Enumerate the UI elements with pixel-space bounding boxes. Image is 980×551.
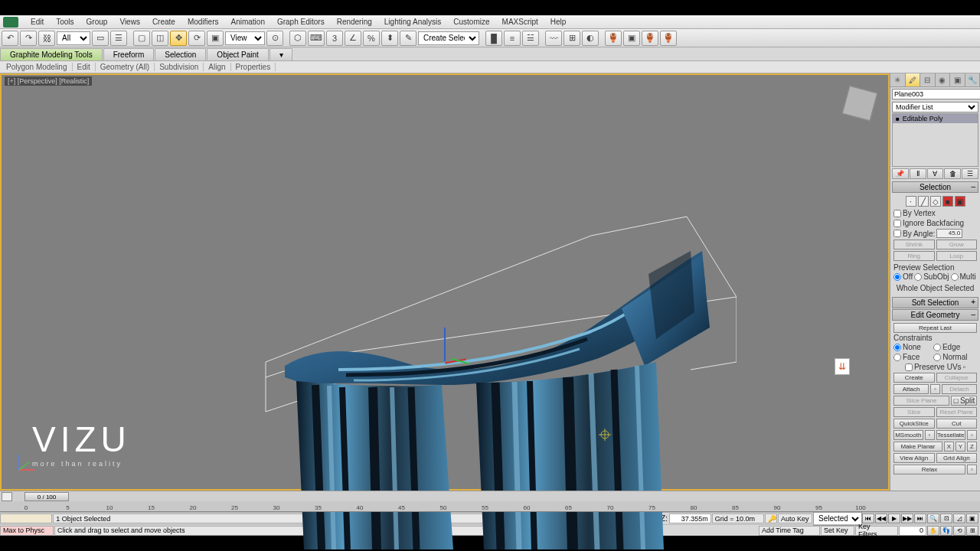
attach-button[interactable]: Attach <box>893 384 929 394</box>
select-scale-button[interactable]: ▣ <box>207 31 224 46</box>
show-end-result-button[interactable]: Ⅱ <box>910 168 926 179</box>
menu-modifiers[interactable]: Modifiers <box>181 18 225 26</box>
tab-graphite-modeling[interactable]: Graphite Modeling Tools <box>0 48 103 60</box>
grow-button[interactable]: Grow <box>936 240 978 249</box>
repeat-last-button[interactable]: Repeat Last <box>893 323 977 333</box>
constraint-normal-radio[interactable] <box>933 354 941 361</box>
set-key-button[interactable]: Set Key <box>821 526 854 536</box>
spinner-snap-button[interactable]: ⬍ <box>381 31 398 46</box>
select-rect-button[interactable]: ▢ <box>133 31 150 46</box>
modifier-stack[interactable]: Editable Poly <box>892 113 978 167</box>
key-filter-dropdown[interactable]: Selected <box>813 512 862 526</box>
subobj-edge-button[interactable]: ╱ <box>918 196 929 207</box>
menu-customize[interactable]: Customize <box>447 18 495 26</box>
viewport-orbit-button[interactable]: ⟲ <box>953 526 965 536</box>
relax-settings-button[interactable]: ▫ <box>967 465 977 474</box>
utilities-panel-tab[interactable]: 🔧 <box>965 73 981 86</box>
detach-button[interactable]: Detach <box>942 384 977 394</box>
create-panel-tab[interactable]: ✳ <box>890 73 906 86</box>
rollout-selection[interactable]: Selection– <box>892 181 978 193</box>
key-filters-button[interactable]: Key Filters... <box>855 526 898 536</box>
goto-end-button[interactable]: ⏭ <box>914 514 926 523</box>
undo-button[interactable]: ↶ <box>2 31 18 46</box>
app-icon[interactable] <box>3 17 18 28</box>
modify-panel-tab[interactable]: 🖉 <box>906 73 921 86</box>
msmooth-button[interactable]: MSmooth <box>893 430 923 440</box>
menu-help[interactable]: Help <box>544 18 573 26</box>
planar-y-button[interactable]: Y <box>956 442 965 452</box>
timeline-ruler[interactable]: 0510152025303540455055606570758085909510… <box>0 501 980 512</box>
constraint-none-radio[interactable] <box>893 344 901 351</box>
subobj-element-button[interactable]: ▣ <box>955 196 965 207</box>
display-panel-tab[interactable]: ▣ <box>950 73 965 86</box>
pivot-button[interactable]: ⊙ <box>266 31 283 46</box>
edit-named-sel-button[interactable]: ✎ <box>400 31 416 46</box>
ribbon-polygon-modeling[interactable]: Polygon Modeling <box>2 63 73 71</box>
loop-button[interactable]: Loop <box>936 251 978 261</box>
menu-graph-editors[interactable]: Graph Editors <box>271 18 331 26</box>
hierarchy-panel-tab[interactable]: ⊟ <box>920 73 936 86</box>
split-checkbox[interactable]: ☐ Split <box>951 396 977 406</box>
preserve-uvs-settings-button[interactable]: ▫ <box>963 363 966 371</box>
slice-button[interactable]: Slice <box>893 407 935 417</box>
maxscript-mini-listener[interactable] <box>0 514 52 523</box>
render-setup-button[interactable]: 🏺 <box>605 31 622 46</box>
ring-button[interactable]: Ring <box>893 251 935 261</box>
selection-filter-dropdown[interactable]: All <box>57 31 90 45</box>
configure-sets-button[interactable]: ☰ <box>962 168 978 179</box>
align-button[interactable]: ≡ <box>504 31 521 46</box>
subobj-border-button[interactable]: ◇ <box>930 196 941 207</box>
menu-rendering[interactable]: Rendering <box>331 18 378 26</box>
rendered-frame-button[interactable]: ▣ <box>623 31 640 46</box>
viewport-zoom-all-button[interactable]: ⊡ <box>940 514 952 523</box>
render-iterative-button[interactable]: 🏺 <box>660 31 677 46</box>
by-angle-spinner[interactable]: 45.0 <box>936 229 962 238</box>
subobj-vertex-button[interactable]: · <box>906 196 916 207</box>
menu-views[interactable]: Views <box>113 18 146 26</box>
view-align-button[interactable]: View Align <box>893 453 935 463</box>
snap-toggle-button[interactable]: 3 <box>326 31 343 46</box>
viewport-zoom-extents-button[interactable]: ▣ <box>966 514 978 523</box>
viewport-panel-toggle-icon[interactable]: ⇊ <box>835 358 850 375</box>
viewport-label[interactable]: [+] [Perspective] [Realistic] <box>5 77 92 86</box>
ribbon-subdivision[interactable]: Subdivision <box>155 63 204 71</box>
by-vertex-checkbox[interactable] <box>893 210 901 217</box>
select-move-button[interactable]: ✥ <box>170 31 187 46</box>
subobj-polygon-button[interactable]: ■ <box>942 196 953 207</box>
menu-lighting-analysis[interactable]: Lighting Analysis <box>378 18 448 26</box>
constraint-edge-radio[interactable] <box>933 344 941 351</box>
quickslice-button[interactable]: QuickSlice <box>893 419 935 429</box>
object-name-input[interactable] <box>892 89 980 99</box>
current-frame-spinner[interactable]: 0 <box>899 526 926 536</box>
select-by-name-button[interactable]: ☰ <box>110 31 127 46</box>
angle-snap-button[interactable]: ∠ <box>345 31 361 46</box>
time-slider[interactable]: 0 / 100 <box>0 491 980 501</box>
select-object-button[interactable]: ▭ <box>92 31 109 46</box>
grid-align-button[interactable]: Grid Align <box>936 453 978 463</box>
create-button[interactable]: Create <box>893 373 935 383</box>
tessellate-settings-button[interactable]: ▫ <box>967 430 977 440</box>
relax-button[interactable]: Relax <box>893 465 965 474</box>
select-rotate-button[interactable]: ⟳ <box>188 31 205 46</box>
slice-plane-button[interactable]: Slice Plane <box>893 396 949 406</box>
pin-stack-button[interactable]: 📌 <box>892 168 909 179</box>
redo-button[interactable]: ↷ <box>20 31 37 46</box>
make-planar-button[interactable]: Make Planar <box>893 442 942 452</box>
window-crossing-button[interactable]: ◫ <box>152 31 168 46</box>
ribbon-align[interactable]: Align <box>204 63 230 71</box>
rollout-edit-geometry[interactable]: Edit Geometry– <box>892 309 978 321</box>
menu-tools[interactable]: Tools <box>50 18 80 26</box>
viewport-perspective[interactable]: [+] [Perspective] [Realistic] ⇊ <box>0 73 890 491</box>
tessellate-button[interactable]: Tessellate <box>936 430 966 440</box>
layers-button[interactable]: ☱ <box>522 31 539 46</box>
remove-modifier-button[interactable]: 🗑 <box>944 168 961 179</box>
tab-selection[interactable]: Selection <box>155 48 206 60</box>
maxscript-mini-output[interactable]: Max to Physc <box>0 526 54 536</box>
named-selection-dropdown[interactable]: Create Selection Se <box>418 31 479 45</box>
viewcube[interactable] <box>842 86 878 122</box>
preview-off-radio[interactable] <box>893 273 901 281</box>
percent-snap-button[interactable]: % <box>363 31 380 46</box>
add-time-tag-button[interactable]: Add Time Tag <box>759 526 820 536</box>
curve-editor-button[interactable]: 〰 <box>545 31 562 46</box>
stack-item-editable-poly[interactable]: Editable Poly <box>893 114 978 123</box>
